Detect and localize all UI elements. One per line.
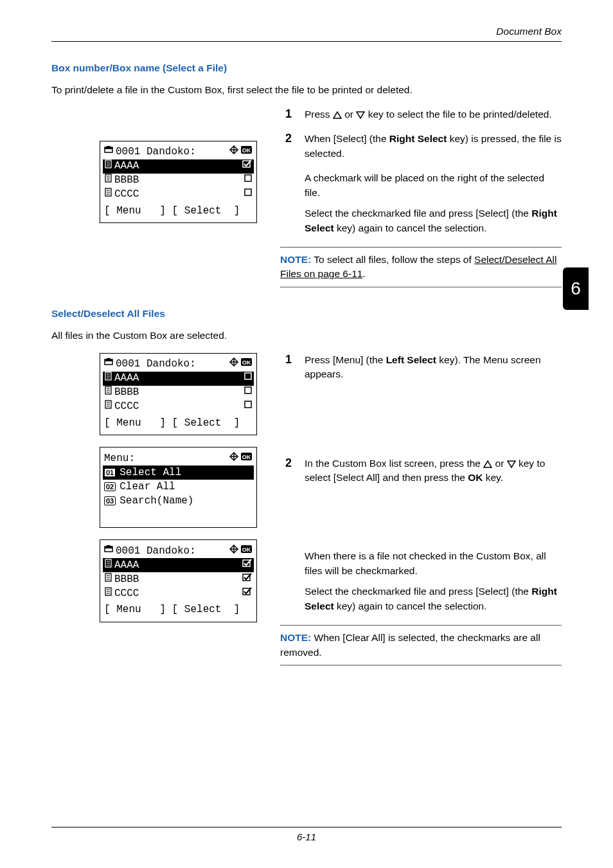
svg-text:OK: OK (242, 147, 251, 154)
svg-rect-1 (105, 147, 112, 149)
checkbox-empty-icon (244, 400, 253, 413)
chapter-tab: 6 (563, 267, 589, 310)
file-icon (104, 386, 113, 399)
page-footer: 6-11 (51, 827, 562, 842)
svg-rect-23 (105, 359, 112, 361)
softkey-row: [ Menu ] [ Select ] (104, 601, 253, 617)
svg-marker-21 (357, 112, 364, 118)
svg-rect-24 (107, 358, 111, 359)
paragraph: When there is a file not checked in the … (305, 549, 562, 578)
svg-rect-14 (245, 175, 251, 181)
file-icon (104, 372, 113, 385)
paragraph: Select the checkmarked file and press [S… (305, 206, 562, 235)
step-text: When [Select] (the Right Select key) is … (305, 132, 562, 161)
box-icon (104, 545, 114, 558)
step-number: 1 (280, 107, 292, 122)
section2-intro: All files in the Custom Box are selected… (51, 329, 562, 343)
checkbox-empty-icon (244, 188, 253, 201)
file-icon (104, 188, 113, 201)
running-header: Document Box (51, 26, 562, 42)
svg-rect-46 (107, 545, 111, 547)
nav-ok-icon: OK (229, 145, 253, 159)
section1-intro: To print/delete a file in the Custom Box… (51, 83, 562, 97)
file-icon (104, 159, 113, 173)
paragraph: A checkmark will be placed on the right … (305, 171, 562, 200)
step-number: 2 (280, 457, 292, 485)
down-triangle-icon (507, 460, 516, 468)
svg-text:OK: OK (242, 547, 251, 553)
svg-rect-19 (245, 189, 251, 195)
checkmark-icon (242, 159, 253, 173)
box-icon (104, 357, 114, 371)
note-box: NOTE: When [Clear All] is selected, the … (280, 625, 562, 665)
file-icon (104, 559, 113, 572)
checkbox-empty-icon (244, 174, 253, 187)
up-triangle-icon (333, 111, 342, 119)
svg-marker-65 (508, 461, 515, 467)
down-triangle-icon (356, 111, 365, 119)
file-icon (104, 587, 113, 601)
paragraph: Select the checkmarked file and press [S… (305, 584, 562, 613)
svg-rect-2 (107, 146, 111, 147)
checkbox-empty-icon (244, 386, 253, 399)
svg-marker-20 (333, 112, 341, 118)
checkmark-icon (242, 559, 253, 572)
lcd-panel-3: 0001 Dandoko: OK AAAA (100, 539, 257, 622)
file-icon (104, 573, 113, 586)
section1-heading: Box number/Box name (Select a File) (51, 62, 562, 74)
checkmark-icon (242, 587, 253, 601)
nav-ok-icon: OK (229, 357, 253, 371)
step-text: Press or key to select the file to be pr… (305, 107, 562, 122)
svg-text:OK: OK (242, 454, 251, 460)
lcd-panel-1: 0001 Dandoko: OK AAAA (100, 141, 257, 224)
file-icon (104, 400, 113, 413)
file-icon (104, 174, 113, 187)
checkbox-empty-icon (244, 372, 253, 385)
softkey-row: [ Menu ] [ Select ] (104, 202, 253, 218)
lcd-panel-menu: Menu: OK 01 Select All 02 Clear All 03 S… (100, 447, 257, 528)
box-icon (104, 145, 114, 159)
svg-rect-36 (245, 387, 251, 393)
svg-rect-31 (245, 373, 251, 379)
checkmark-icon (242, 573, 253, 586)
step-text: In the Custom Box list screen, press the… (305, 457, 562, 485)
nav-ok-icon: OK (229, 545, 253, 558)
softkey-row: [ Menu ] [ Select ] (104, 414, 253, 430)
up-triangle-icon (483, 460, 492, 468)
svg-marker-64 (484, 461, 492, 467)
svg-rect-41 (245, 401, 251, 408)
svg-text:OK: OK (242, 359, 251, 366)
note-box: NOTE: To select all files, follow the st… (280, 247, 562, 287)
step-number: 2 (280, 132, 292, 161)
section2-heading: Select/Deselect All Files (51, 308, 562, 320)
step-number: 1 (280, 353, 292, 382)
svg-rect-45 (105, 547, 112, 548)
nav-ok-icon: OK (229, 452, 253, 466)
lcd-panel-2: 0001 Dandoko: OK AAAA (100, 353, 257, 436)
step-text: Press [Menu] (the Left Select key). The … (305, 353, 562, 382)
